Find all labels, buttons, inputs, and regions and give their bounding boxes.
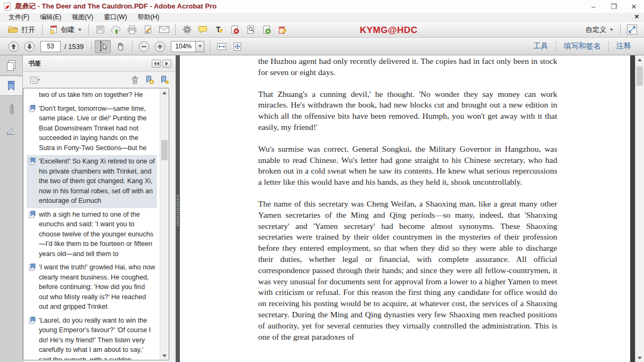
document-paragraph: the Huzhou agent had only recently deliv… bbox=[258, 56, 557, 78]
bookmark-flag-spacer bbox=[29, 90, 36, 100]
toolbar-separator bbox=[88, 24, 89, 35]
pdf-page[interactable]: the Huzhou agent had only recently deliv… bbox=[180, 55, 630, 362]
divider-grip-icon bbox=[177, 195, 179, 226]
tab-comment[interactable]: 注释 bbox=[609, 42, 639, 51]
hand-tool-button[interactable] bbox=[113, 40, 129, 53]
menu-edit[interactable]: 编辑(E) bbox=[35, 13, 67, 22]
restore-button[interactable]: ❐ bbox=[604, 0, 624, 13]
bookmark-item[interactable]: 'I want the truth!' growled Hai, who now… bbox=[27, 261, 157, 314]
signatures-tab[interactable] bbox=[0, 120, 22, 141]
highlight-button[interactable] bbox=[211, 23, 227, 36]
select-tool-button[interactable] bbox=[95, 40, 111, 53]
select-tool-icon bbox=[97, 41, 108, 52]
fit-width-button[interactable] bbox=[213, 40, 229, 53]
export-bookmark-button[interactable] bbox=[160, 76, 169, 84]
toolbar-separator bbox=[132, 41, 133, 52]
panel-resize-divider[interactable] bbox=[176, 55, 180, 362]
open-button[interactable]: 打开 bbox=[4, 23, 39, 36]
scrollbar-thumb[interactable] bbox=[161, 140, 168, 160]
settings-button[interactable] bbox=[179, 23, 195, 36]
scroll-up-button[interactable] bbox=[160, 88, 169, 97]
chevron-down-icon bbox=[199, 45, 202, 47]
form-edit-button[interactable] bbox=[275, 23, 291, 36]
pdf-find-button[interactable] bbox=[243, 23, 259, 36]
sign-button[interactable] bbox=[140, 23, 156, 36]
chevron-down-icon bbox=[610, 29, 613, 31]
triangle-up-icon bbox=[162, 92, 167, 94]
create-label: 创建 bbox=[61, 25, 75, 35]
zoom-out-icon bbox=[138, 41, 150, 52]
pdf-delete-button[interactable] bbox=[227, 23, 243, 36]
bookmark-item-selected[interactable]: 'Excellent!' So Kang Xi retired to one o… bbox=[27, 155, 157, 208]
menu-help[interactable]: 帮助(H) bbox=[133, 13, 165, 22]
zoom-dropdown-button[interactable] bbox=[195, 41, 204, 52]
bookmark-item[interactable]: 'Laurel, do you really want to win the y… bbox=[27, 314, 157, 361]
bookmark-label: with a sigh he turned to one of the eunu… bbox=[39, 210, 156, 259]
share-button[interactable] bbox=[108, 23, 124, 36]
zoom-level-input[interactable]: 104% bbox=[171, 41, 195, 52]
form-pencil-icon bbox=[278, 26, 287, 34]
save-button[interactable] bbox=[92, 23, 108, 36]
window-title: 鹿鼎记 - The Deer and The Cauldron.PDF - Ad… bbox=[15, 2, 217, 11]
create-button[interactable]: 创建 bbox=[46, 23, 85, 36]
scrollbar-thumb[interactable] bbox=[637, 67, 643, 86]
bookmarks-tab[interactable] bbox=[0, 76, 22, 96]
scroll-down-button[interactable] bbox=[635, 353, 644, 362]
print-button[interactable] bbox=[124, 23, 140, 36]
save-icon bbox=[96, 25, 105, 34]
delete-bookmark-button[interactable] bbox=[131, 76, 139, 84]
sign-page-icon bbox=[144, 25, 152, 34]
bookmark-flag-icon bbox=[29, 316, 36, 361]
toolbar-close-icon[interactable]: ✕ bbox=[634, 13, 639, 20]
minimize-button[interactable]: – bbox=[583, 0, 604, 13]
menu-view[interactable]: 视图(V) bbox=[67, 13, 98, 22]
expand-arrows-icon bbox=[627, 24, 637, 35]
page-thumbnails-tab[interactable] bbox=[0, 55, 22, 76]
scroll-down-button[interactable] bbox=[160, 351, 169, 360]
bookmark-item[interactable]: with a sigh he turned to one of the eunu… bbox=[27, 208, 157, 261]
bookmark-label: 'Don't forget, tomorrow—same time, same … bbox=[39, 104, 156, 153]
zoom-in-button[interactable] bbox=[152, 40, 168, 53]
highlight-text-icon bbox=[214, 26, 224, 34]
document-scrollbar[interactable] bbox=[635, 55, 644, 362]
tab-fill-sign[interactable]: 填写和签名 bbox=[556, 42, 608, 51]
email-icon bbox=[159, 26, 169, 33]
new-bookmark-button[interactable] bbox=[145, 76, 154, 84]
collapse-panel-button[interactable] bbox=[152, 60, 161, 68]
attachments-tab[interactable] bbox=[0, 99, 22, 119]
fit-page-button[interactable] bbox=[229, 40, 245, 53]
navigation-toolbar: 53 / 1539 104% 工具 填写和签名 注释 bbox=[0, 38, 644, 55]
email-button[interactable] bbox=[156, 23, 172, 36]
menu-window[interactable]: 窗口(W) bbox=[98, 13, 132, 22]
chevron-down-icon bbox=[78, 29, 81, 31]
bookmark-scrollbar[interactable] bbox=[160, 88, 169, 360]
comment-button[interactable] bbox=[195, 23, 211, 36]
zoom-out-button[interactable] bbox=[136, 40, 152, 53]
menu-bar: 文件(F) 编辑(E) 视图(V) 窗口(W) 帮助(H) ✕ bbox=[0, 13, 644, 22]
print-icon bbox=[127, 26, 137, 34]
bookmark-item[interactable]: 'Don't forget, tomorrow—same time, same … bbox=[27, 102, 157, 155]
bookmark-flag-icon bbox=[29, 262, 36, 312]
window-controls: – ❐ ✕ bbox=[583, 0, 644, 13]
bookmark-label: 'I want the truth!' growled Hai, who now… bbox=[39, 262, 156, 312]
scroll-up-button[interactable] bbox=[635, 55, 644, 64]
tab-tools[interactable]: 工具 bbox=[526, 42, 556, 51]
bookmark-options-button[interactable] bbox=[30, 77, 40, 84]
toolbar-separator bbox=[91, 41, 92, 52]
bookmark-label: 'Laurel, do you really want to win the y… bbox=[39, 316, 156, 361]
bookmark-flag-icon bbox=[29, 210, 36, 259]
menu-file[interactable]: 文件(F) bbox=[3, 13, 35, 22]
page-number-input[interactable]: 53 bbox=[40, 41, 61, 52]
close-button[interactable]: ✕ bbox=[624, 0, 644, 13]
panel-menu-button[interactable] bbox=[162, 60, 171, 68]
customize-button[interactable]: 自定义 bbox=[582, 23, 617, 36]
bookmark-item[interactable]: two of us take him on together? He bbox=[27, 89, 157, 102]
next-page-button[interactable] bbox=[21, 40, 37, 53]
main-toolbar: 打开 创建 KYMG@HDC bbox=[0, 22, 644, 38]
right-arrow-icon bbox=[165, 61, 169, 66]
triangle-down-icon bbox=[638, 357, 642, 359]
document-paragraph: That Zhuang's a cunning devil,' he thoug… bbox=[258, 89, 557, 133]
pdf-export-button[interactable] bbox=[259, 23, 275, 36]
reading-mode-button[interactable] bbox=[624, 23, 640, 36]
previous-page-button[interactable] bbox=[5, 40, 21, 53]
